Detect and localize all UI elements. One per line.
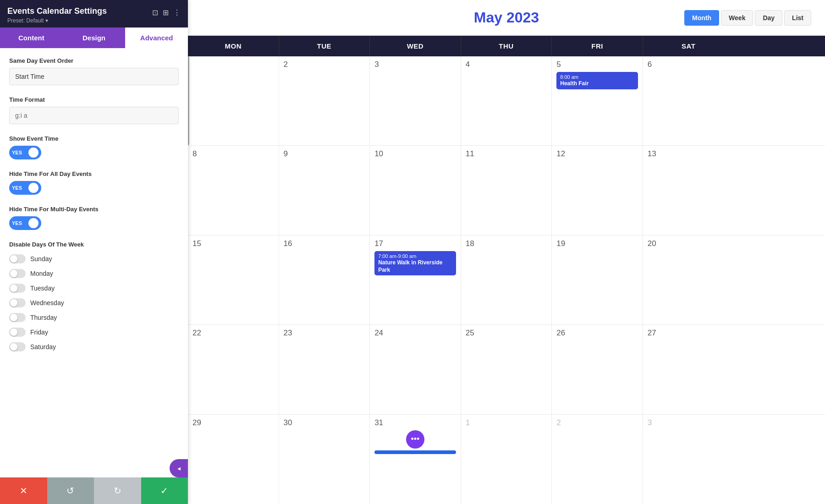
more-events-button[interactable]: •••	[406, 430, 424, 449]
day-num: 17	[374, 239, 456, 248]
friday-toggle[interactable]	[9, 328, 26, 337]
cal-day-16[interactable]: 16	[279, 236, 370, 324]
cal-week-2: 8 9 10 11 12 13	[188, 146, 825, 235]
cal-day-2[interactable]: 2	[279, 56, 370, 145]
may31-event[interactable]	[374, 450, 456, 454]
cal-day-18[interactable]: 18	[461, 236, 552, 324]
layout-icon[interactable]: ⊞	[163, 8, 169, 17]
tab-design[interactable]: Design	[63, 27, 126, 48]
event-time: 8:00 am	[560, 74, 634, 80]
cal-day-jun-2[interactable]: 2	[552, 415, 643, 504]
view-list-button[interactable]: List	[784, 10, 811, 26]
day-num: 30	[284, 418, 365, 427]
event-name: Nature Walk in Riverside Park	[378, 259, 452, 274]
panel-header: Events Calendar Settings Preset: Default…	[0, 0, 188, 27]
view-buttons: Month Week Day List	[684, 10, 811, 26]
cal-week-1: 2 3 4 5 8:00 am Health Fair 6	[188, 56, 825, 146]
panel-tabs: Content Design Advanced	[0, 27, 188, 48]
cal-day-3[interactable]: 3	[370, 56, 461, 145]
saturday-toggle[interactable]	[9, 342, 26, 351]
cal-day-11[interactable]: 11	[461, 146, 552, 235]
minimize-icon[interactable]: ⊡	[152, 8, 158, 17]
event-time: 7:00 am-9:00 am	[378, 253, 452, 259]
toggle-circle-3	[28, 218, 38, 228]
cal-day-jun-3[interactable]: 3	[643, 415, 734, 504]
cal-day-12[interactable]: 12	[552, 146, 643, 235]
day-num: 27	[648, 329, 730, 338]
arrow-left-icon: ◂	[177, 465, 181, 472]
cal-day-4[interactable]: 4	[461, 56, 552, 145]
cal-day-1[interactable]	[188, 56, 279, 145]
day-header-fri: FRI	[552, 36, 643, 56]
toggle-yes-label-2: YES	[11, 185, 22, 191]
hide-time-multi-day-toggle[interactable]: YES	[9, 216, 41, 230]
cal-day-29[interactable]: 29	[188, 415, 279, 504]
cal-day-30[interactable]: 30	[279, 415, 370, 504]
day-num: 9	[284, 149, 365, 159]
redo-icon: ↻	[114, 485, 121, 496]
panel-header-icons: ⊡ ⊞ ⋮	[152, 8, 181, 17]
time-format-input[interactable]	[9, 107, 179, 124]
same-day-select[interactable]: Start Time End Time Title	[9, 68, 179, 85]
cal-day-31[interactable]: 31 •••	[370, 415, 461, 504]
cancel-icon: ✕	[20, 485, 28, 496]
cal-day-9[interactable]: 9	[279, 146, 370, 235]
cal-day-25[interactable]: 25	[461, 325, 552, 414]
cal-day-5[interactable]: 5 8:00 am Health Fair	[552, 56, 643, 145]
save-button[interactable]: ✓	[141, 477, 188, 504]
cal-day-23[interactable]: 23	[279, 325, 370, 414]
view-month-button[interactable]: Month	[684, 10, 719, 26]
wednesday-toggle[interactable]	[9, 298, 26, 307]
sunday-label: Sunday	[30, 255, 52, 263]
cal-day-8[interactable]: 8	[188, 146, 279, 235]
day-header-thu: THU	[461, 36, 552, 56]
day-header-sat: SAT	[643, 36, 734, 56]
hide-time-all-day-toggle[interactable]: YES	[9, 181, 41, 195]
cancel-button[interactable]: ✕	[0, 477, 47, 504]
cal-week-4: 22 23 24 25 26 27	[188, 325, 825, 414]
day-num: 25	[466, 329, 547, 338]
sunday-toggle[interactable]	[9, 254, 26, 263]
calendar-title: May 2023	[474, 9, 539, 26]
health-fair-event[interactable]: 8:00 am Health Fair	[556, 72, 638, 89]
thursday-toggle[interactable]	[9, 313, 26, 322]
calendar-grid: MON TUE WED THU FRI SAT 2 3	[188, 35, 825, 504]
toggle-circle-2	[28, 183, 38, 193]
more-icon[interactable]: ⋮	[173, 8, 181, 17]
day-num: 11	[466, 149, 547, 159]
redo-button[interactable]: ↻	[94, 477, 141, 504]
time-format-section: Time Format	[9, 96, 179, 124]
cal-day-10[interactable]: 10	[370, 146, 461, 235]
cal-day-19[interactable]: 19	[552, 236, 643, 324]
tuesday-toggle[interactable]	[9, 284, 26, 293]
monday-toggle[interactable]	[9, 269, 26, 278]
cal-day-17[interactable]: 17 7:00 am-9:00 am Nature Walk in Rivers…	[370, 236, 461, 324]
day-num: 18	[466, 239, 547, 248]
cal-day-6[interactable]: 6	[643, 56, 734, 145]
cal-day-24[interactable]: 24	[370, 325, 461, 414]
tab-advanced[interactable]: Advanced	[125, 27, 188, 48]
day-num: 15	[192, 239, 274, 248]
day-num: 22	[192, 329, 274, 338]
view-week-button[interactable]: Week	[721, 10, 753, 26]
hide-time-multi-day-label: Hide Time For Multi-Day Events	[9, 206, 179, 213]
cal-day-jun-1[interactable]: 1	[461, 415, 552, 504]
cal-day-15[interactable]: 15	[188, 236, 279, 324]
nature-walk-event[interactable]: 7:00 am-9:00 am Nature Walk in Riverside…	[374, 251, 456, 275]
tab-content[interactable]: Content	[0, 27, 63, 48]
view-day-button[interactable]: Day	[755, 10, 782, 26]
tuesday-label: Tuesday	[30, 285, 55, 292]
cal-day-26[interactable]: 26	[552, 325, 643, 414]
day-num: 5	[556, 60, 638, 69]
cal-day-20[interactable]: 20	[643, 236, 734, 324]
hide-time-all-day-section: Hide Time For All Day Events YES	[9, 170, 179, 195]
cal-day-27[interactable]: 27	[643, 325, 734, 414]
show-event-time-toggle[interactable]: YES	[9, 146, 41, 159]
saturday-label: Saturday	[30, 343, 56, 351]
cal-day-22[interactable]: 22	[188, 325, 279, 414]
collapse-panel-button[interactable]: ◂	[170, 459, 188, 477]
cal-day-13[interactable]: 13	[643, 146, 734, 235]
day-num: 1	[466, 418, 547, 427]
undo-button[interactable]: ↺	[47, 477, 94, 504]
cal-week-3: 15 16 17 7:00 am-9:00 am Nature Walk in …	[188, 236, 825, 325]
